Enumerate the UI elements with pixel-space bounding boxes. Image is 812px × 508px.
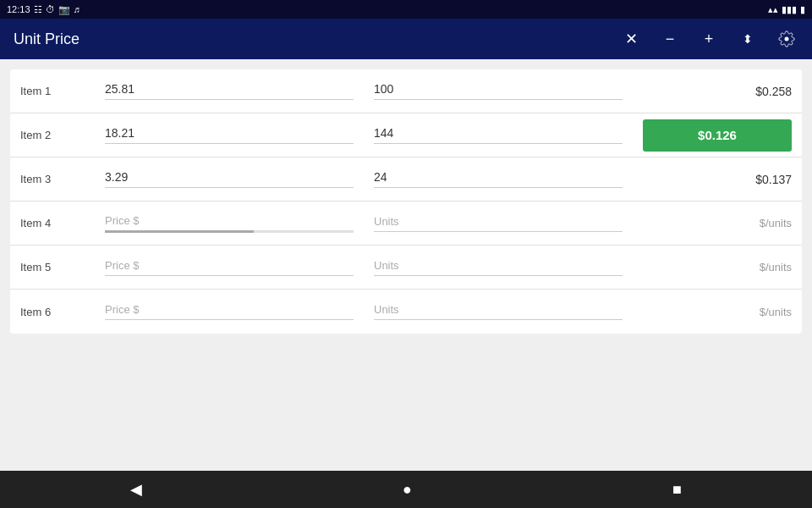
units-underline: [374, 143, 623, 144]
svg-point-0: [785, 37, 789, 41]
units-cell[interactable]: 144: [364, 126, 633, 144]
close-button[interactable]: ✕: [619, 27, 643, 51]
price-cell[interactable]: 18.21: [95, 126, 364, 144]
units-input-cell[interactable]: Units: [364, 259, 633, 276]
price-underline: [105, 275, 354, 276]
signal-icon: ▮▮▮: [782, 4, 797, 15]
status-right: ▴▴ ▮▮▮ ▮: [768, 4, 805, 15]
table-row[interactable]: Item 4 Price $ Units $/units: [10, 202, 802, 246]
units-input-cell[interactable]: Units: [364, 303, 633, 320]
status-left: 12:13 ☷ ⏱ 📷 ♬: [7, 4, 80, 15]
item-label: Item 2: [10, 129, 95, 141]
item-label: Item 1: [10, 85, 95, 97]
active-input-bar: [105, 230, 354, 233]
settings-button[interactable]: [775, 27, 798, 51]
units-underline: [374, 187, 623, 188]
bottom-nav: ◀ ● ■: [0, 471, 812, 508]
time-display: 12:13: [7, 4, 30, 14]
price-input-cell[interactable]: Price $: [95, 303, 364, 320]
units-input-cell[interactable]: Units: [364, 215, 633, 232]
price-underline: [105, 99, 354, 100]
item-label: Item 3: [10, 173, 95, 185]
table-row[interactable]: Item 5 Price $ Units $/units: [10, 246, 802, 290]
table-row: Item 1 25.81 100 $0.258: [10, 69, 802, 113]
page-title: Unit Price: [14, 30, 80, 48]
status-bar: 12:13 ☷ ⏱ 📷 ♬ ▴▴ ▮▮▮ ▮: [0, 0, 812, 19]
alarm-icon: ⏱: [46, 4, 55, 14]
units-underline: [374, 99, 623, 100]
table-row[interactable]: Item 6 Price $ Units $/units: [10, 290, 802, 334]
result-cell: $/units: [633, 306, 802, 318]
best-value-badge: $0.126: [643, 119, 792, 152]
title-bar: Unit Price ✕ − + ⬍: [0, 19, 812, 59]
camera-icon: 📷: [58, 4, 70, 15]
price-underline: [105, 319, 354, 320]
table-row: Item 2 18.21 144 $0.126: [10, 113, 802, 157]
add-button[interactable]: +: [697, 27, 721, 51]
home-button[interactable]: ●: [382, 474, 432, 505]
result-cell: $/units: [633, 261, 802, 273]
music-icon: ♬: [74, 4, 80, 14]
result-cell-highlight: $0.126: [633, 119, 802, 152]
table-row: Item 3 3.29 24 $0.137: [10, 157, 802, 202]
price-input-cell[interactable]: Price $: [95, 259, 364, 276]
price-cell[interactable]: 25.81: [95, 82, 364, 100]
wifi-icon: ▴▴: [768, 4, 778, 15]
notification-icon: ☷: [34, 4, 42, 15]
back-button[interactable]: ◀: [110, 473, 162, 505]
price-input-cell[interactable]: Price $: [95, 214, 364, 233]
price-underline: [105, 187, 354, 188]
units-underline: [374, 231, 623, 232]
recent-apps-button[interactable]: ■: [652, 474, 702, 505]
price-cell[interactable]: 3.29: [95, 170, 364, 188]
units-cell[interactable]: 24: [364, 170, 633, 188]
units-underline: [374, 319, 623, 320]
resize-button[interactable]: ⬍: [736, 27, 760, 51]
units-cell[interactable]: 100: [364, 82, 633, 100]
price-underline: [105, 143, 354, 144]
result-cell: $/units: [633, 217, 802, 229]
item-label: Item 5: [10, 261, 95, 273]
result-cell: $0.137: [633, 173, 802, 186]
units-underline: [374, 275, 623, 276]
item-label: Item 4: [10, 217, 95, 229]
battery-icon: ▮: [800, 4, 805, 15]
minimize-button[interactable]: −: [658, 27, 682, 51]
result-cell: $0.258: [633, 85, 802, 98]
title-bar-actions: ✕ − + ⬍: [619, 27, 798, 51]
main-content: Item 1 25.81 100 $0.258 Item 2 18.21: [0, 59, 812, 471]
item-label: Item 6: [10, 306, 95, 318]
data-table: Item 1 25.81 100 $0.258 Item 2 18.21: [10, 69, 802, 334]
